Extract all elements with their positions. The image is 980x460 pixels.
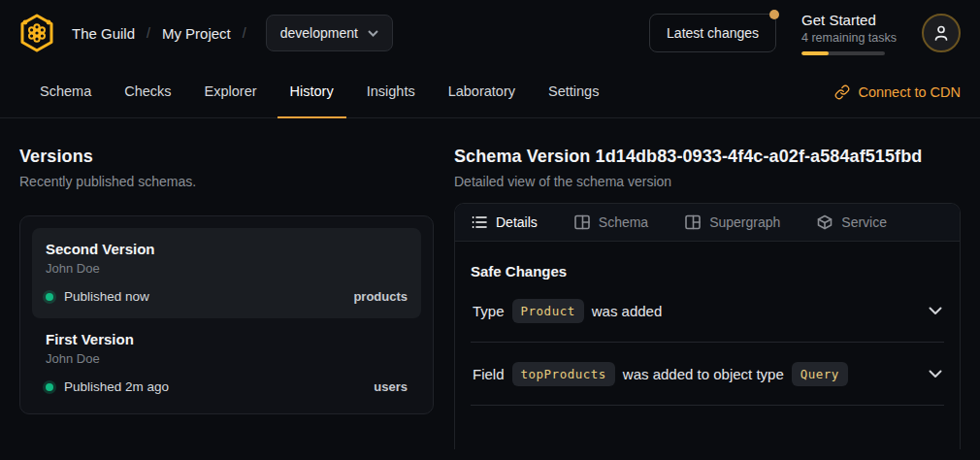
tab-supergraph-label: Supergraph — [709, 214, 780, 230]
columns-icon — [574, 214, 590, 230]
published-label: Published now — [64, 289, 149, 304]
tab-schema-sdl[interactable]: Schema — [574, 214, 648, 230]
schema-version-column: Schema Version 1d14db83-0933-4f4c-a02f-a… — [454, 118, 961, 449]
detail-tab-bar: Details Schema Supergraph — [455, 204, 960, 242]
code-badge: Query — [792, 362, 848, 386]
breadcrumb-org[interactable]: The Guild — [72, 25, 135, 42]
breadcrumb-project[interactable]: My Project — [162, 25, 231, 42]
change-row[interactable]: Field topProducts was added to object ty… — [471, 343, 944, 406]
version-name: Second Version — [46, 241, 408, 257]
target-selector-dropdown[interactable]: development — [266, 15, 393, 51]
columns-icon — [685, 214, 701, 230]
code-badge: topProducts — [512, 362, 615, 386]
tab-schema-label: Schema — [599, 214, 648, 230]
tab-laboratory[interactable]: Laboratory — [436, 66, 528, 118]
version-status-row: Published now products — [46, 289, 408, 304]
person-icon — [933, 24, 949, 42]
change-middle: was added to object type — [623, 366, 784, 382]
tab-service[interactable]: Service — [817, 214, 887, 230]
header-right-group: Latest changes Get Started 4 remaining t… — [649, 12, 961, 55]
breadcrumb-separator: / — [243, 25, 246, 41]
version-status-row: Published 2m ago users — [46, 379, 408, 394]
schema-version-title: Schema Version 1d14db83-0933-4f4c-a02f-a… — [454, 147, 961, 167]
tab-settings[interactable]: Settings — [536, 66, 611, 118]
tab-details-label: Details — [496, 214, 538, 230]
tab-supergraph[interactable]: Supergraph — [685, 214, 780, 230]
project-nav-tabs: Schema Checks Explorer History Insights … — [0, 66, 980, 118]
change-row[interactable]: Type Product was added — [471, 279, 944, 343]
main-content: Versions Recently published schemas. Sec… — [0, 118, 980, 449]
version-name: First Version — [46, 331, 408, 347]
schema-version-panel: Details Schema Supergraph — [454, 203, 961, 449]
versions-list: Second Version John Doe Published now pr… — [19, 215, 434, 414]
versions-column: Versions Recently published schemas. Sec… — [19, 118, 434, 414]
list-icon — [472, 214, 487, 230]
versions-subtitle: Recently published schemas. — [19, 174, 434, 189]
tab-service-label: Service — [841, 214, 887, 230]
latest-changes-label: Latest changes — [667, 25, 759, 41]
schema-version-subtitle: Detailed view of the schema version — [454, 174, 961, 189]
connect-to-cdn-link[interactable]: Connect to CDN — [834, 66, 961, 117]
safe-changes-heading: Safe Changes — [471, 263, 944, 279]
code-badge: Product — [512, 299, 584, 323]
tab-schema[interactable]: Schema — [27, 66, 104, 118]
get-started-widget[interactable]: Get Started 4 remaining tasks — [801, 12, 897, 55]
tab-checks[interactable]: Checks — [112, 66, 183, 118]
chevron-down-icon[interactable] — [929, 370, 942, 378]
published-status-icon — [46, 293, 53, 301]
cube-icon — [817, 214, 833, 230]
service-name: products — [353, 289, 408, 304]
published-status-icon — [46, 383, 53, 391]
chevron-down-icon — [368, 30, 378, 37]
target-selector-value: development — [280, 25, 358, 41]
change-middle: was added — [592, 303, 663, 319]
version-list-item[interactable]: Second Version John Doe Published now pr… — [32, 228, 421, 318]
detail-panel-body: Safe Changes Type Product was added Fiel… — [455, 242, 960, 406]
chevron-down-icon[interactable] — [929, 307, 942, 315]
hive-logo-icon[interactable] — [19, 14, 54, 52]
app-header: The Guild / My Project / development Lat… — [0, 0, 980, 66]
get-started-progress-bar — [801, 51, 885, 55]
version-author: John Doe — [46, 351, 408, 366]
notification-dot — [769, 10, 779, 19]
latest-changes-button[interactable]: Latest changes — [649, 14, 776, 52]
service-name: users — [374, 379, 408, 394]
tab-history[interactable]: History — [278, 66, 346, 118]
get-started-title: Get Started — [801, 12, 897, 28]
get-started-subtitle: 4 remaining tasks — [801, 31, 897, 45]
tab-details[interactable]: Details — [472, 214, 538, 230]
change-prefix: Field — [473, 366, 505, 382]
tab-explorer[interactable]: Explorer — [192, 66, 270, 118]
connect-to-cdn-label: Connect to CDN — [858, 84, 961, 100]
published-label: Published 2m ago — [64, 379, 169, 394]
change-prefix: Type — [473, 303, 505, 319]
user-avatar[interactable] — [922, 14, 961, 52]
version-author: John Doe — [46, 261, 408, 276]
tab-insights[interactable]: Insights — [354, 66, 428, 118]
version-list-item[interactable]: First Version John Doe Published 2m ago … — [32, 318, 421, 409]
link-icon — [834, 84, 850, 100]
get-started-progress-fill — [801, 51, 829, 55]
versions-title: Versions — [19, 147, 434, 167]
breadcrumb-separator: / — [147, 25, 150, 41]
